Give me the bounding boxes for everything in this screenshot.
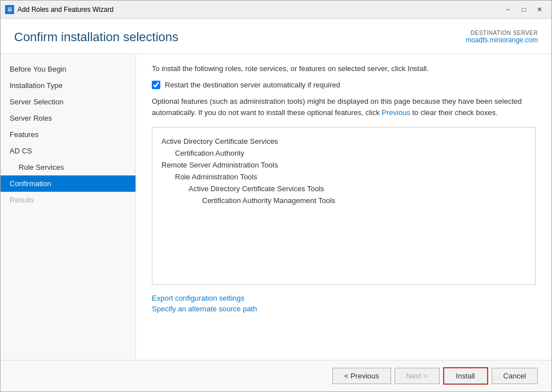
export-config-link[interactable]: Export configuration settings — [152, 294, 536, 302]
destination-label: DESTINATION SERVER — [466, 30, 538, 36]
wizard-window: 🖥 Add Roles and Features Wizard − □ ✕ Co… — [0, 0, 552, 392]
sidebar-item-features[interactable]: Features — [1, 126, 135, 143]
previous-link[interactable]: Previous — [382, 108, 410, 117]
install-button[interactable]: Install — [443, 367, 488, 385]
feature-item-3: Role Administration Tools — [161, 171, 526, 183]
sidebar-item-role-services[interactable]: Role Services — [1, 159, 135, 175]
maximize-button[interactable]: □ — [516, 4, 531, 15]
feature-item-2: Remote Server Administration Tools — [161, 159, 526, 171]
sidebar-item-confirmation[interactable]: Confirmation — [1, 175, 135, 192]
destination-server-info: DESTINATION SERVER moadfs.miniorange.com — [466, 30, 538, 44]
previous-button[interactable]: < Previous — [332, 368, 391, 384]
sidebar-item-ad-cs[interactable]: AD CS — [1, 143, 135, 159]
window-controls: − □ ✕ — [501, 4, 547, 15]
feature-item-5: Certification Authority Management Tools — [161, 195, 526, 206]
cancel-button[interactable]: Cancel — [492, 368, 538, 384]
page-title: Confirm installation selections — [14, 30, 178, 45]
feature-item-4: Active Directory Certificate Services To… — [161, 183, 526, 195]
feature-item-0: Active Directory Certificate Services — [161, 135, 526, 147]
sidebar-item-installation-type[interactable]: Installation Type — [1, 77, 135, 94]
sidebar-item-server-selection[interactable]: Server Selection — [1, 94, 135, 110]
sidebar: Before You Begin Installation Type Serve… — [1, 54, 136, 360]
title-bar: 🖥 Add Roles and Features Wizard − □ ✕ — [1, 1, 551, 19]
restart-label[interactable]: Restart the destination server automatic… — [165, 81, 340, 89]
content-panel: To install the following roles, role ser… — [136, 54, 551, 360]
optional-text: Optional features (such as administratio… — [152, 96, 536, 118]
restart-checkbox[interactable] — [152, 81, 160, 89]
next-button[interactable]: Next > — [395, 368, 440, 384]
sidebar-item-results[interactable]: Results — [1, 192, 135, 208]
feature-item-1: Certification Authority — [161, 147, 526, 159]
intro-text: To install the following roles, role ser… — [152, 64, 536, 73]
sidebar-item-server-roles[interactable]: Server Roles — [1, 110, 135, 126]
page-header: Confirm installation selections DESTINAT… — [1, 19, 551, 54]
restart-checkbox-row: Restart the destination server automatic… — [152, 81, 536, 89]
links-section: Export configuration settings Specify an… — [152, 294, 536, 313]
body-area: Before You Begin Installation Type Serve… — [1, 54, 551, 360]
app-icon: 🖥 — [5, 5, 14, 14]
features-box: Active Directory Certificate Services Ce… — [152, 127, 536, 285]
close-button[interactable]: ✕ — [532, 4, 547, 15]
alternate-source-link[interactable]: Specify an alternate source path — [152, 305, 536, 313]
optional-text-after: to clear their check boxes. — [410, 108, 498, 117]
sidebar-item-before-you-begin[interactable]: Before You Begin — [1, 61, 135, 77]
destination-name: moadfs.miniorange.com — [466, 36, 538, 44]
main-content: Confirm installation selections DESTINAT… — [1, 19, 551, 391]
footer: < Previous Next > Install Cancel — [1, 360, 551, 391]
window-title: Add Roles and Features Wizard — [17, 6, 501, 14]
minimize-button[interactable]: − — [501, 4, 515, 15]
